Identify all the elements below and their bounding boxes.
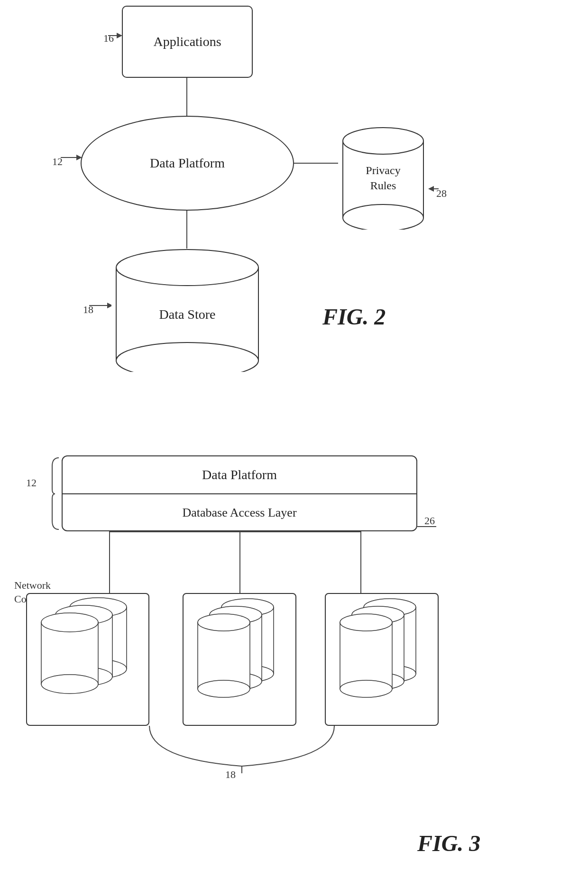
- line3-center: [239, 531, 240, 593]
- label-26: 26: [424, 515, 435, 527]
- svg-point-4: [343, 204, 423, 230]
- arrow-28: [428, 184, 439, 194]
- svg-point-21: [41, 675, 98, 694]
- data-platform-3-top: Data Platform: [63, 456, 416, 494]
- diagram-container: 16 Applications 12 Data Platform Privacy: [0, 0, 588, 880]
- svg-point-39: [340, 680, 392, 697]
- svg-text:Rules: Rules: [370, 179, 396, 192]
- svg-point-29: [198, 614, 250, 631]
- arc-bottom-svg: [62, 726, 422, 773]
- line-dp-to-datastore: [186, 211, 187, 249]
- cyl-group-center-svg: [184, 594, 297, 727]
- arrow-18-fig2: [89, 301, 113, 310]
- svg-point-30: [198, 680, 250, 697]
- svg-text:Privacy: Privacy: [366, 164, 400, 176]
- data-platform-3-box: Data Platform Database Access Layer: [62, 455, 417, 531]
- label-18-fig3: 18: [225, 769, 236, 781]
- cyl-group-right-svg: [326, 594, 440, 727]
- database-access-layer-section: Database Access Layer: [63, 494, 416, 531]
- data-platform-3-label: Data Platform: [202, 467, 277, 482]
- cyl-group-left: [26, 593, 149, 726]
- data-platform-ellipse: Data Platform: [81, 116, 294, 211]
- applications-box: Applications: [122, 6, 253, 78]
- brace-12-svg: [51, 457, 60, 530]
- svg-point-3: [343, 128, 423, 154]
- line3-right: [360, 531, 361, 593]
- svg-rect-28: [198, 622, 250, 689]
- svg-rect-37: [340, 622, 392, 689]
- privacy-cylinder-svg: Privacy Rules: [338, 123, 428, 230]
- label-12-fig3: 12: [26, 477, 37, 489]
- cyl-group-left-svg: [27, 594, 150, 727]
- privacy-rules-cylinder: Privacy Rules: [338, 123, 428, 232]
- arrow-12-fig2: [61, 153, 82, 162]
- data-store-cylinder: Data Store: [111, 249, 263, 374]
- fig2-label: FIG. 2: [322, 304, 386, 330]
- cyl-group-right: [325, 593, 439, 726]
- cyl-group-center: [183, 593, 296, 726]
- fig3-label: FIG. 3: [417, 830, 480, 856]
- line3-left: [109, 531, 110, 593]
- svg-point-20: [41, 613, 98, 632]
- applications-label: Applications: [153, 34, 221, 49]
- svg-point-38: [340, 614, 392, 631]
- arrow-16: [108, 28, 122, 43]
- svg-text:Data Store: Data Store: [159, 307, 216, 322]
- line-app-to-dataplatform: [186, 78, 187, 116]
- data-platform-label: Data Platform: [150, 156, 225, 171]
- hline-top: [109, 531, 361, 532]
- data-store-svg: Data Store: [111, 249, 263, 372]
- database-access-layer-label: Database Access Layer: [182, 506, 296, 520]
- svg-point-10: [116, 250, 258, 286]
